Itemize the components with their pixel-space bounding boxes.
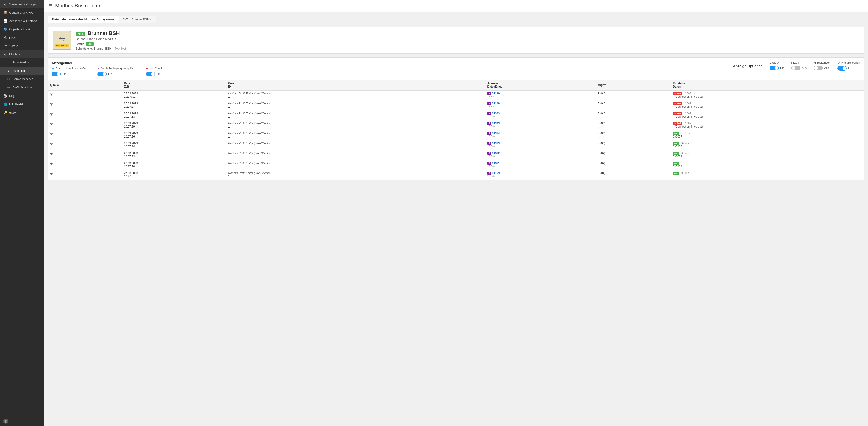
table-row: ♥ 27.03.2023 10:27:29 Modbus Profil Edit…: [48, 121, 864, 130]
info-icon-basis[interactable]: ℹ: [779, 61, 780, 64]
heart-source-icon: ♥: [50, 171, 53, 176]
device-id-cell: 1: [228, 115, 483, 118]
mqtt-icon: 📡: [3, 94, 7, 98]
header: ☰ Modbus Busmonitor: [44, 0, 868, 12]
data-table: Quelle Date Zeit Gerät ID Adresse Datenl…: [48, 79, 864, 181]
heart-source-icon: ♥: [50, 142, 53, 146]
zugriff-value: R (04): [597, 122, 669, 125]
cell-ergebnis: failed 2002 ms - (Connection timed out): [671, 110, 864, 121]
sidebar: ⚙ Systemeinstellungen + 📦 Container & AP…: [0, 0, 44, 426]
zugriff-value: R (04): [597, 132, 669, 135]
toggle-basis[interactable]: [770, 66, 779, 70]
sidebar-item-modbus[interactable]: ⚙ Modbus −: [0, 50, 44, 58]
zugriff-value: R (04): [597, 92, 669, 95]
sidebar-item-systemeinstellungen[interactable]: ⚙ Systemeinstellungen +: [0, 0, 44, 8]
hex-toggle: Aus: [791, 66, 807, 70]
toggle-aktualisierung[interactable]: [837, 66, 847, 71]
info-icon-1[interactable]: ℹ: [87, 67, 88, 70]
col-zugriff: Zugriff: [595, 80, 671, 90]
sidebar-item-ekey[interactable]: 🔑 ekey +: [0, 108, 44, 117]
info-icon-aktu[interactable]: ℹ: [860, 61, 860, 64]
cell-zugriff: R (04) →: [595, 90, 671, 100]
sidebar-item-label: Geräte Manager: [12, 77, 33, 81]
arrow-icon: →: [597, 155, 669, 159]
cell-geraet-id: Modbus Profil Editor (Live-Check) 1: [226, 110, 485, 121]
cell-quelle: ♥: [48, 140, 122, 150]
result-row: failed 2002 ms: [673, 92, 862, 95]
time-value: 10:27:20: [124, 165, 223, 168]
addr-badge: 3: [488, 92, 491, 95]
date-value: 27.03.2023: [124, 152, 223, 155]
zugriff-value: R (04): [597, 152, 669, 155]
info-icon-hex[interactable]: ℹ: [798, 61, 799, 64]
info-icon-2[interactable]: ℹ: [136, 67, 137, 70]
sidebar-collapse-button[interactable]: ◐: [3, 419, 8, 424]
status-badge-failed: failed: [673, 102, 682, 105]
addr-badge: 3: [488, 102, 491, 105]
expand-icon: −: [39, 53, 41, 56]
sidebar-item-knx[interactable]: 🔌 KNX +: [0, 33, 44, 42]
result-value: 0x0072: [673, 155, 862, 158]
sidebar-item-schnittstellen[interactable]: ≡ Schnittstellen: [0, 58, 44, 67]
sidebar-item-label: Schnittstellen: [12, 61, 29, 64]
addr-row: 3 04168: [488, 102, 593, 105]
ms-value: 2002 ms: [685, 122, 696, 125]
main-content: ☰ Modbus Busmonitor Datentelegramme des …: [44, 0, 868, 426]
time-value: 10:27:37: [124, 105, 223, 108]
cell-geraet-id: Modbus Profil Editor (Live-Check) 1: [226, 100, 485, 110]
expand-icon: +: [39, 36, 41, 39]
menu-icon[interactable]: ☰: [49, 3, 52, 8]
cell-quelle: ♥: [48, 160, 122, 170]
info-icon-3[interactable]: ℹ: [164, 67, 165, 70]
cell-addr-dl: 3 04312 16 Bits: [485, 150, 595, 160]
device-name-cell: Modbus Profil Editor (Live-Check): [228, 171, 483, 175]
toggle-livecheck[interactable]: [146, 72, 155, 76]
device-id-cell: 1: [228, 165, 483, 168]
sidebar-item-label: 1-Wire: [9, 44, 18, 48]
date-value: 27.03.2023: [124, 122, 223, 125]
sidebar-item-container-apps[interactable]: 📦 Container & APPs +: [0, 8, 44, 17]
toggle-ms[interactable]: [813, 66, 823, 70]
toggle-bedingung[interactable]: [97, 72, 107, 76]
heart-source-icon: ♥: [50, 162, 53, 166]
date-value: 27.03.2023: [124, 132, 223, 135]
result-value: 0x0106: [673, 145, 862, 148]
sidebar-item-mqtt[interactable]: 📡 MQTT +: [0, 92, 44, 100]
sidebar-item-zeitserien[interactable]: 📈 Zeitserien & Grafana +: [0, 17, 44, 25]
content-area: Datentelegramme des Modbus Subsystems [M…: [44, 12, 868, 426]
cell-zugriff: R (04) →: [595, 150, 671, 160]
cell-ergebnis: failed 2002 ms - (Connection timed out): [671, 121, 864, 130]
addr-value: 04169: [492, 92, 500, 95]
addr-value: 04363: [492, 122, 500, 125]
cell-zugriff: R (04) →: [595, 170, 671, 180]
device-name-cell: Modbus Profil Editor (Live-Check): [228, 112, 483, 115]
display-options-section: Anzeige Optionen Basis 0 ℹ Ein HEX ℹ: [733, 61, 860, 71]
datenlaenge-value: 16 Bits: [488, 135, 593, 138]
cell-datetime: 27.03.2023 10:27:...: [122, 170, 226, 180]
sidebar-item-http-api[interactable]: 🌐 HTTP-API +: [0, 100, 44, 108]
device-info: MT1 Brunner BSH Brunner Smart Home ModBu…: [76, 30, 860, 50]
sidebar-item-1wire[interactable]: 〰 1-Wire +: [0, 42, 44, 50]
addr-badge: 3: [488, 162, 491, 165]
interface-value: Brunner BSH: [94, 47, 112, 50]
table-row: ♥ 27.03.2023 10:27:... Modbus Profil Edi…: [48, 170, 864, 180]
cell-addr-dl: 3 04168 16 Bits: [485, 100, 595, 110]
container-icon: 📦: [3, 11, 7, 14]
sidebar-item-objekte-logik[interactable]: 🔷 Objekte & Logik +: [0, 25, 44, 33]
addr-value: 04169: [492, 171, 500, 175]
datenlaenge-value: 16 Bits: [488, 125, 593, 128]
sidebar-item-busmonitor[interactable]: ≡ Busmonitor: [0, 67, 44, 75]
tab-datentelegramme[interactable]: Datentelegramme des Modbus Subsystems: [48, 16, 119, 23]
sidebar-item-profil-verwaltung[interactable]: ✏ Profil Verwaltung: [0, 84, 44, 92]
table-row: ♥ 27.03.2023 10:27:22 Modbus Profil Edit…: [48, 150, 864, 160]
table-row: ♥ 27.03.2023 10:27:20 Modbus Profil Edit…: [48, 160, 864, 170]
device-name-cell: Modbus Profil Editor (Live-Check): [228, 92, 483, 95]
sidebar-item-geraete-manager[interactable]: □ Geräte Manager: [0, 75, 44, 84]
toggle-intervall[interactable]: [52, 72, 61, 76]
heart-source-icon: ♥: [50, 112, 53, 117]
ms-label: Millisekunden: [813, 61, 831, 64]
toggle-hex[interactable]: [791, 66, 800, 70]
sidebar-item-label: MQTT: [9, 94, 18, 98]
tab-brunner-bsh[interactable]: [MT1] Brunner BSH ▾: [119, 16, 156, 23]
sidebar-item-label: KNX: [9, 36, 16, 39]
